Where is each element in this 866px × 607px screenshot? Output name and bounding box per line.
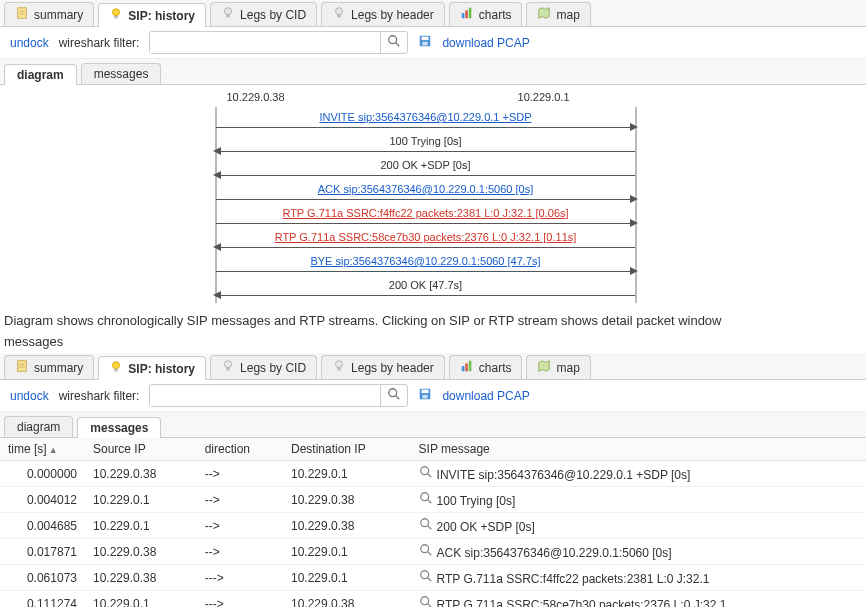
seq-message[interactable]: 100 Trying [0s]: [0, 129, 866, 153]
seq-message[interactable]: 200 OK [47.7s]: [0, 273, 866, 297]
bulb-off-icon: [332, 359, 346, 376]
table-row[interactable]: 0.00401210.229.0.1-->10.229.0.38100 Tryi…: [0, 487, 866, 513]
svg-point-23: [225, 361, 232, 368]
seq-message[interactable]: BYE sip:3564376346@10.229.0.1:5060 [47.7…: [0, 249, 866, 273]
table-row[interactable]: 0.00000010.229.0.38-->10.229.0.1INVITE s…: [0, 461, 866, 487]
seq-message-label[interactable]: 200 OK [47.7s]: [216, 279, 635, 291]
table-row[interactable]: 0.11127410.229.0.1--->10.229.0.38RTP G.7…: [0, 591, 866, 608]
tab-label: summary: [34, 8, 83, 22]
col-header[interactable]: SIP message: [411, 438, 866, 461]
tab-legs-header[interactable]: Legs by header: [321, 2, 445, 26]
seq-message[interactable]: INVITE sip:3564376346@10.229.0.1 +SDP: [0, 105, 866, 129]
download-pcap-link[interactable]: download PCAP: [442, 36, 529, 50]
seq-message[interactable]: 200 OK +SDP [0s]: [0, 153, 866, 177]
download-pcap-link-2[interactable]: download PCAP: [442, 389, 529, 403]
svg-marker-12: [539, 8, 550, 19]
toolbar-1: undock wireshark filter: download PCAP: [0, 27, 866, 59]
bulb-on-icon: [109, 7, 123, 24]
table-row[interactable]: 0.06107310.229.0.38--->10.229.0.1RTP G.7…: [0, 565, 866, 591]
undock-link[interactable]: undock: [10, 36, 49, 50]
subtab-diagram[interactable]: diagram: [4, 64, 77, 85]
arrow-left-icon: [213, 291, 221, 299]
main-tabbar-2: summarySIP: historyLegs by CIDLegs by he…: [0, 353, 866, 380]
seq-message-label[interactable]: BYE sip:3564376346@10.229.0.1:5060 [47.7…: [216, 255, 635, 267]
filter-label: wireshark filter:: [59, 36, 140, 50]
magnifier-icon[interactable]: [419, 468, 433, 482]
svg-point-13: [389, 36, 397, 44]
cell-msg: ACK sip:3564376346@10.229.0.1:5060 [0s]: [411, 539, 866, 565]
tab-label: map: [556, 361, 579, 375]
magnifier-icon[interactable]: [419, 598, 433, 607]
svg-line-45: [427, 578, 431, 582]
seq-message[interactable]: RTP G.711a SSRC:58ce7b30 packets:2376 L:…: [0, 225, 866, 249]
wireshark-filter-input-2[interactable]: [150, 386, 380, 406]
seq-message[interactable]: ACK sip:3564376346@10.229.0.1:5060 [0s]: [0, 177, 866, 201]
col-header[interactable]: Destination IP: [283, 438, 411, 461]
tab-sip-history[interactable]: SIP: history: [98, 356, 206, 380]
tab-charts[interactable]: charts: [449, 2, 523, 26]
seq-message-label[interactable]: 100 Trying [0s]: [216, 135, 635, 147]
disk-icon[interactable]: [418, 34, 432, 51]
seq-line: [216, 295, 635, 296]
cell-src: 10.229.0.1: [85, 487, 197, 513]
tab-legs-cid[interactable]: Legs by CID: [210, 355, 317, 379]
endpoint-right: 10.229.0.1: [518, 91, 570, 103]
tab-map[interactable]: map: [526, 355, 590, 379]
subtab-messages[interactable]: messages: [81, 63, 162, 84]
undock-link-2[interactable]: undock: [10, 389, 49, 403]
cell-src: 10.229.0.38: [85, 539, 197, 565]
sort-asc-icon[interactable]: ▲: [49, 445, 58, 455]
subtab-messages-2[interactable]: messages: [77, 417, 161, 438]
svg-rect-4: [115, 16, 119, 19]
magnifier-icon[interactable]: [419, 520, 433, 534]
svg-rect-8: [337, 15, 341, 18]
tab-label: Legs by CID: [240, 8, 306, 22]
seq-message[interactable]: RTP G.711a SSRC:f4ffc22 packets:2381 L:0…: [0, 201, 866, 225]
col-header[interactable]: Source IP: [85, 438, 197, 461]
search-icon-2[interactable]: [380, 385, 407, 406]
col-header[interactable]: time [s]▲: [0, 438, 85, 461]
tab-charts[interactable]: charts: [449, 355, 523, 379]
tab-sip-history[interactable]: SIP: history: [98, 3, 206, 27]
seq-message-label[interactable]: INVITE sip:3564376346@10.229.0.1 +SDP: [216, 111, 635, 123]
magnifier-icon[interactable]: [419, 572, 433, 586]
cell-src: 10.229.0.38: [85, 461, 197, 487]
svg-rect-0: [18, 8, 27, 19]
tab-summary[interactable]: summary: [4, 2, 94, 26]
filter-wrap-2: [149, 384, 408, 407]
wireshark-filter-input[interactable]: [150, 33, 380, 53]
seq-message-label[interactable]: RTP G.711a SSRC:f4ffc22 packets:2381 L:0…: [216, 207, 635, 219]
subtab-diagram-2[interactable]: diagram: [4, 416, 73, 437]
filter-label-2: wireshark filter:: [59, 389, 140, 403]
svg-rect-26: [337, 368, 341, 371]
seq-message-label[interactable]: RTP G.711a SSRC:58ce7b30 packets:2376 L:…: [216, 231, 635, 243]
seq-message-label[interactable]: 200 OK +SDP [0s]: [216, 159, 635, 171]
tab-legs-header[interactable]: Legs by header: [321, 355, 445, 379]
svg-rect-10: [465, 10, 468, 18]
seq-message-label[interactable]: ACK sip:3564376346@10.229.0.1:5060 [0s]: [216, 183, 635, 195]
svg-marker-30: [539, 361, 550, 372]
search-icon[interactable]: [380, 32, 407, 53]
tab-label: SIP: history: [128, 9, 195, 23]
table-row[interactable]: 0.00468510.229.0.1-->10.229.0.38200 OK +…: [0, 513, 866, 539]
doc-icon: [15, 359, 29, 376]
bulb-off-icon: [221, 6, 235, 23]
tab-summary[interactable]: summary: [4, 355, 94, 379]
col-header[interactable]: direction: [197, 438, 283, 461]
cell-dir: -->: [197, 513, 283, 539]
tab-label: charts: [479, 8, 512, 22]
svg-line-32: [396, 396, 400, 400]
table-row[interactable]: 0.01787110.229.0.38-->10.229.0.1ACK sip:…: [0, 539, 866, 565]
disk-icon-2[interactable]: [418, 387, 432, 404]
cell-dst: 10.229.0.1: [283, 565, 411, 591]
tab-map[interactable]: map: [526, 2, 590, 26]
magnifier-icon[interactable]: [419, 546, 433, 560]
tab-legs-cid[interactable]: Legs by CID: [210, 2, 317, 26]
svg-rect-27: [462, 366, 465, 371]
magnifier-icon[interactable]: [419, 494, 433, 508]
diagram-description: Diagram shows chronologically SIP messag…: [0, 307, 866, 334]
toolbar-2: undock wireshark filter: download PCAP: [0, 380, 866, 412]
svg-line-41: [427, 526, 431, 530]
seq-line: [216, 199, 635, 200]
seq-line: [216, 175, 635, 176]
